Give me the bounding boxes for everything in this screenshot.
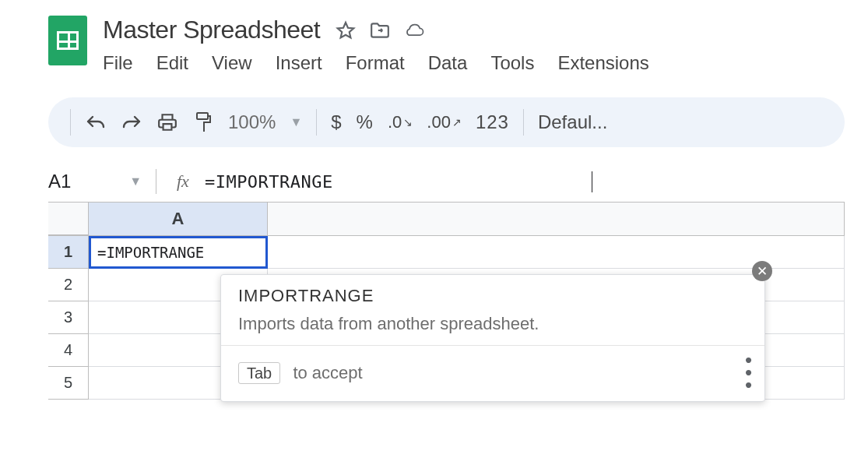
print-button[interactable] [156,111,178,133]
menu-tools[interactable]: Tools [490,52,534,74]
menu-insert[interactable]: Insert [276,52,322,74]
more-options-icon[interactable]: ••• [745,355,750,390]
column-header-a[interactable]: A [89,203,268,235]
row-header-5[interactable]: 5 [48,367,89,400]
autocomplete-suggestion[interactable]: IMPORTRANGE Imports data from another sp… [221,275,764,345]
name-box[interactable]: A1 ▼ [48,171,142,192]
undo-button[interactable] [85,111,107,133]
menu-bar: File Edit View Insert Format Data Tools … [103,52,649,74]
cell-reference: A1 [48,171,71,192]
active-cell-a1[interactable]: =IMPORTRANGE [89,236,268,269]
move-folder-icon[interactable] [370,20,390,41]
function-name: IMPORTRANGE [238,286,747,306]
menu-format[interactable]: Format [346,52,405,74]
row-header-1[interactable]: 1 [48,236,89,269]
star-icon[interactable] [336,20,356,41]
menu-file[interactable]: File [103,52,133,74]
toolbar: 100% ▼ $ % .0↘ .00↗ 123 Defaul... [48,97,845,147]
tab-key-hint: Tab [238,362,280,384]
sheets-logo[interactable] [48,16,87,65]
decrease-decimal-button[interactable]: .0↘ [388,111,413,133]
percent-button[interactable]: % [357,111,374,133]
svg-rect-0 [197,113,208,119]
cloud-saved-icon[interactable] [404,20,424,41]
zoom-dropdown-icon[interactable]: ▼ [290,115,302,129]
menu-edit[interactable]: Edit [156,52,188,74]
paint-format-button[interactable] [192,111,214,133]
row-header-2[interactable]: 2 [48,269,89,301]
name-box-dropdown-icon[interactable]: ▼ [129,174,142,188]
currency-button[interactable]: $ [331,111,342,133]
app-header: Master Spreadsheet File Edit View Insert… [48,16,845,74]
formula-input[interactable] [203,171,592,192]
number-format-button[interactable]: 123 [476,111,509,133]
zoom-value[interactable]: 100% [228,111,276,133]
redo-button[interactable] [121,111,142,133]
function-description: Imports data from another spreadsheet. [238,314,747,334]
document-title[interactable]: Master Spreadsheet [103,16,320,44]
menu-view[interactable]: View [212,52,252,74]
accept-hint: to accept [293,363,362,382]
row-header-3[interactable]: 3 [48,301,89,334]
increase-decimal-button[interactable]: .00↗ [427,111,462,133]
close-icon[interactable]: ✕ [752,261,772,281]
row-header-4[interactable]: 4 [48,334,89,367]
menu-extensions[interactable]: Extensions [557,52,648,74]
font-family-dropdown[interactable]: Defaul... [538,111,607,133]
fx-icon: fx [177,171,189,192]
formula-autocomplete: ✕ IMPORTRANGE Imports data from another … [220,274,765,402]
menu-data[interactable]: Data [428,52,468,74]
formula-bar: A1 ▼ fx [48,169,845,194]
select-all-corner[interactable] [48,203,89,235]
column-header-rest[interactable] [268,203,845,235]
